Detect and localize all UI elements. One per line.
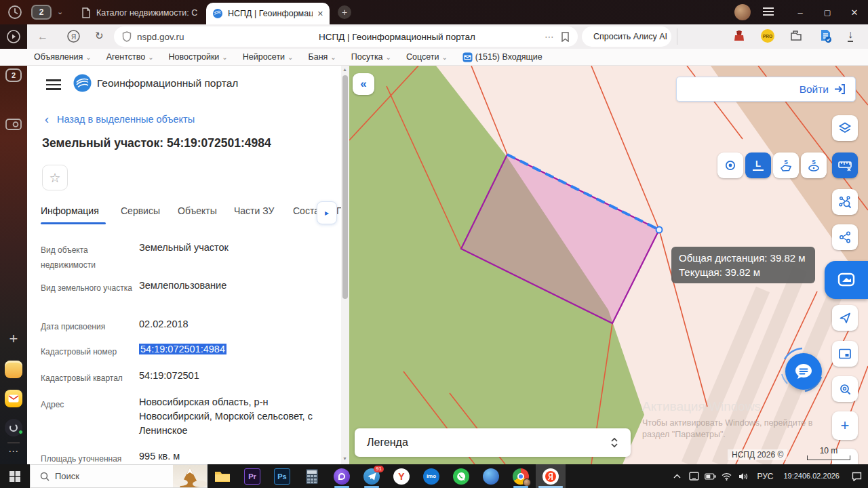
back-to-selected-link[interactable]: ‹ Назад в выделенные объекты — [45, 114, 195, 125]
reload-icon[interactable]: ↻ — [95, 30, 104, 42]
tab-parts[interactable]: Части ЗУ — [234, 205, 274, 216]
favorite-star-button[interactable]: ☆ — [42, 165, 68, 190]
share-icon — [839, 231, 851, 243]
window-minimize-button[interactable]: – — [787, 0, 814, 24]
history-icon[interactable] — [7, 4, 23, 23]
yandex-services-icon[interactable]: Я — [66, 29, 81, 46]
yandex-mail-icon[interactable] — [0, 390, 27, 407]
scroll-up-icon[interactable]: ▲ — [342, 67, 347, 72]
extension-stamp-icon[interactable] — [732, 29, 746, 45]
new-tab-button[interactable]: + — [338, 5, 351, 19]
measure-area-button[interactable]: S — [773, 152, 799, 178]
more-icon[interactable]: ⋯ — [545, 31, 554, 42]
tray-tablet-icon[interactable] — [686, 464, 702, 488]
bookmark-folder[interactable]: Посутка⌄ — [351, 52, 391, 62]
sidebar-toggle-button[interactable] — [0, 24, 27, 49]
collapse-panel-button[interactable]: « — [353, 73, 374, 95]
taskbar-file-explorer[interactable] — [208, 464, 237, 488]
bookmark-folder[interactable]: Агентство⌄ — [106, 52, 154, 62]
tab-objects[interactable]: Объекты — [178, 205, 217, 216]
bookmark-folder[interactable]: Нейросети⌄ — [243, 52, 294, 62]
rail-add-icon[interactable]: + — [0, 330, 27, 348]
tab-catalog[interactable]: Каталог недвижимости: С — [76, 3, 205, 22]
profile-avatar[interactable] — [734, 4, 751, 20]
messenger-icon[interactable] — [0, 419, 27, 436]
taskbar-imo[interactable]: imo — [416, 464, 446, 488]
address-bar[interactable]: nspd.gov.ru НСПД | Геоинформационный пор… — [114, 26, 578, 47]
tray-battery-icon[interactable] — [702, 464, 718, 488]
tab-services[interactable]: Сервисы — [121, 205, 160, 216]
search-highlight-art[interactable] — [173, 465, 207, 487]
yandex-notes-icon[interactable] — [0, 361, 27, 378]
tray-expand-icon[interactable] — [668, 464, 686, 488]
browser-menu-icon[interactable] — [763, 5, 774, 18]
bookmark-folder[interactable]: Баня⌄ — [309, 52, 336, 62]
overview-map-button[interactable] — [832, 341, 858, 367]
bookmark-folder[interactable]: Объявления⌄ — [34, 52, 92, 62]
chat-button[interactable] — [785, 353, 822, 390]
tray-wifi-icon[interactable] — [718, 464, 734, 488]
tabs-scroll-right-button[interactable]: ▸ — [317, 201, 337, 224]
portal-menu-icon[interactable] — [46, 77, 61, 93]
window-close-button[interactable]: ✕ — [841, 0, 868, 24]
my-location-button[interactable] — [832, 305, 858, 331]
extension-pro-badge[interactable]: PRO — [761, 29, 774, 43]
extension-docs-icon[interactable] — [818, 28, 833, 46]
tray-volume-icon[interactable] — [734, 464, 752, 488]
taskbar-calculator[interactable] — [297, 464, 327, 488]
bookmark-icon[interactable] — [561, 32, 570, 42]
tab-close-icon[interactable]: ✕ — [317, 9, 323, 18]
taskbar-chrome[interactable] — [506, 464, 536, 488]
back-icon[interactable]: ← — [37, 30, 48, 43]
scrollbar-thumb[interactable] — [342, 75, 348, 299]
panel-scrollbar[interactable]: ▲ ▼ — [341, 66, 349, 464]
taskbar-whatsapp[interactable] — [446, 464, 476, 488]
tab-information[interactable]: Информация — [41, 205, 99, 216]
taskbar-photoshop[interactable]: Ps — [267, 464, 297, 488]
action-center-icon[interactable] — [845, 464, 868, 488]
bookmark-folder[interactable]: Соцсети⌄ — [406, 52, 448, 62]
rail-tab-count-badge[interactable]: 2 — [0, 68, 27, 82]
extension-collections-icon[interactable] — [789, 29, 803, 45]
legend-bar[interactable]: Легенда — [355, 428, 631, 457]
scroll-down-icon[interactable]: ▼ — [342, 456, 347, 461]
measure-length-button-active[interactable]: L — [745, 152, 771, 178]
taskbar-app-purple[interactable] — [327, 464, 357, 488]
measure-point-button[interactable] — [717, 152, 743, 178]
layers-button[interactable] — [832, 115, 858, 141]
search-on-map-button[interactable] — [832, 376, 858, 402]
panorama-widget-button[interactable] — [825, 261, 868, 299]
object-search-button[interactable] — [832, 189, 858, 215]
taskbar-telegram[interactable]: 91 — [357, 464, 387, 488]
taskbar-premiere[interactable]: Pr — [237, 464, 267, 488]
taskbar-clock[interactable]: 19:24 06.02.2026 — [778, 464, 845, 488]
taskbar-search[interactable]: Поиск — [30, 464, 208, 488]
map-canvas[interactable]: « Войти L S S — [349, 66, 868, 464]
downloads-icon[interactable]: ↓ — [848, 28, 853, 42]
measure-circle-area-button[interactable]: S — [801, 152, 827, 178]
tab-next-partial[interactable]: Г — [336, 205, 341, 216]
rail-more-icon[interactable]: ⋯ — [0, 445, 27, 458]
tab-nspd-active[interactable]: НСПД | Геоинформаци ✕ — [206, 3, 330, 24]
language-indicator[interactable]: РУС — [752, 464, 778, 488]
ask-alice-button[interactable]: Спросить Алису AI — [582, 26, 671, 47]
expand-collapse-icon[interactable] — [610, 437, 618, 448]
screenshot-icon[interactable] — [0, 117, 27, 131]
window-maximize-button[interactable]: ▢ — [814, 0, 841, 24]
start-button[interactable] — [0, 464, 30, 488]
measurement-endpoint[interactable] — [656, 227, 663, 233]
share-button[interactable] — [832, 224, 858, 250]
bookmark-inbox[interactable]: (1515) Входящие — [462, 52, 542, 62]
selected-cadastral-number[interactable]: 54:19:072501:4984 — [139, 344, 226, 354]
taskbar-app-blue-3d[interactable] — [476, 464, 506, 488]
taskbar-yandex-start[interactable]: Y — [387, 464, 416, 488]
tab-group-chevron-icon[interactable]: ⌄ — [57, 7, 63, 16]
clear-measurements-button[interactable] — [832, 152, 858, 178]
login-bar[interactable]: Войти — [676, 77, 856, 102]
bookmark-folder[interactable]: Новостройки⌄ — [169, 52, 228, 62]
tab-group-badge[interactable]: 2 — [31, 5, 52, 20]
taskbar-yandex-browser-active[interactable] — [536, 464, 566, 488]
chat-widget[interactable] — [775, 343, 829, 397]
zoom-in-button[interactable]: + — [832, 411, 858, 440]
tab-composition[interactable]: Соста — [293, 205, 319, 216]
